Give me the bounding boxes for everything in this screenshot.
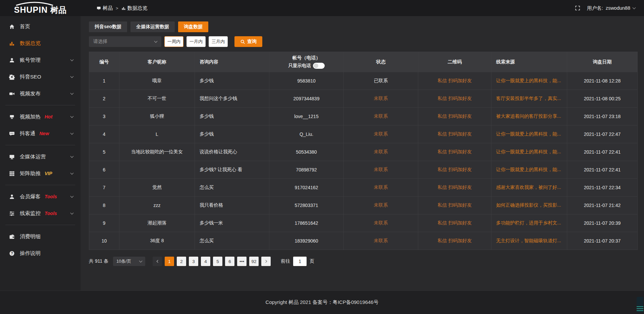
sidebar-item-member-baoke[interactable]: 会员爆客Tools: [0, 188, 80, 205]
main-content: 抖音seo数据全媒体运营数据询盘数据 请选择 一周内一月内三月内 查询 编号 客…: [80, 16, 644, 291]
cell-content: 多少钱: [195, 72, 269, 90]
video-icon: [9, 91, 15, 97]
breadcrumb-root[interactable]: 树品: [97, 5, 113, 11]
sidebar-item-label: 视频发布: [20, 90, 41, 97]
fullscreen-icon[interactable]: [575, 5, 580, 11]
cell-source-link[interactable]: 客厅安装投影半年多了，真实...: [491, 90, 567, 108]
goto-page: 前往 页: [281, 257, 314, 266]
chevron-down-icon: [139, 259, 143, 263]
query-button[interactable]: 查询: [234, 36, 262, 47]
cell-account: 572803371: [269, 197, 344, 214]
sidebar-item-media-operation[interactable]: 全媒体运营: [0, 148, 80, 165]
cell-date: 2021-11-07 23:18: [567, 108, 638, 125]
range-button-2[interactable]: 三月内: [209, 36, 228, 47]
page-button-92[interactable]: 92: [249, 257, 259, 266]
sidebar-item-video-publish[interactable]: 视频发布: [0, 85, 80, 102]
cell-qrcode-link[interactable]: 私信 扫码加好友: [418, 232, 491, 250]
next-page-button[interactable]: [261, 257, 271, 266]
cell-source-link[interactable]: 如何正确选择投影仪，买投影...: [491, 197, 567, 214]
cell-date: 2021-11-07 22:41: [567, 143, 638, 161]
cell-qrcode-link[interactable]: 私信 扫码加好友: [418, 161, 491, 179]
page-button-2[interactable]: 2: [177, 257, 186, 266]
cell-status: 未联系: [344, 179, 418, 197]
sidebar-item-operation-guide[interactable]: ?操作说明: [0, 245, 80, 262]
phone-only-toggle[interactable]: [313, 63, 325, 69]
cell-account: 70898792: [269, 161, 344, 179]
cell-qrcode-link[interactable]: 私信 扫码加好友: [418, 125, 491, 143]
cell-id: 6: [89, 161, 119, 179]
sidebar-item-consume-detail[interactable]: 消费明细: [0, 228, 80, 245]
tab-media-operation-data[interactable]: 全媒体运营数据: [130, 21, 175, 32]
sidebar-divider: [5, 185, 75, 185]
page-ellipsis-button[interactable]: •••: [237, 257, 247, 266]
prev-page-button[interactable]: [153, 257, 162, 266]
cell-qrcode-link[interactable]: 私信 扫码加好友: [418, 72, 491, 90]
sidebar-item-douyin-seo[interactable]: 抖音SEO: [0, 68, 80, 85]
sidebar-item-label: 抖客通: [20, 130, 36, 137]
cell-source-link[interactable]: 让你一眼就爱上的黑科技，能...: [491, 125, 567, 143]
bar-chart-icon: [121, 6, 126, 10]
sidebar-item-data-overview[interactable]: 数据总览: [0, 35, 80, 52]
sidebar-item-lead-monitor[interactable]: 线索监控Tools: [0, 205, 80, 222]
customer-service-widget[interactable]: [637, 297, 643, 312]
cell-source-link[interactable]: 让你一眼就爱上的黑科技，能...: [491, 161, 567, 179]
cell-source-link[interactable]: 让你一眼就爱上的黑科技，能...: [491, 72, 567, 90]
range-button-1[interactable]: 一月内: [186, 36, 206, 47]
table-row: 2不可一世我想问这个多少钱2097344839未联系私信 扫码加好友客厅安装投影…: [89, 90, 638, 108]
user-menu[interactable]: 用户名: zswodun88: [587, 5, 635, 11]
page-button-3[interactable]: 3: [189, 257, 198, 266]
table-row: 6多少钱? 让我死心 看70898792未联系私信 扫码加好友让你一眼就爱上的黑…: [89, 161, 638, 179]
page-size-select[interactable]: 10条/页: [113, 257, 145, 266]
sliders-icon: [9, 211, 15, 216]
select-placeholder: 请选择: [93, 39, 107, 45]
col-header-account: 帐号（电话） 只显示电话: [269, 52, 344, 72]
page-buttons: 123456•••92: [165, 257, 259, 266]
home-icon: [9, 24, 15, 30]
page-button-4[interactable]: 4: [201, 257, 210, 266]
cell-account: 9583810: [269, 72, 344, 90]
logo-text-cn: 树品: [50, 6, 66, 14]
tab-inquiry-data[interactable]: 询盘数据: [178, 21, 208, 32]
username-value: zswodun88: [606, 5, 630, 11]
sidebar-item-label: 抖音SEO: [20, 73, 41, 81]
page-button-6[interactable]: 6: [225, 257, 234, 266]
cell-qrcode-link[interactable]: 私信 扫码加好友: [418, 90, 491, 108]
cell-account: 2097344839: [269, 90, 344, 108]
sidebar-item-label: 数据总览: [20, 40, 41, 47]
cell-qrcode-link[interactable]: 私信 扫码加好友: [418, 143, 491, 161]
breadcrumb-current[interactable]: 数据总览: [121, 5, 148, 11]
range-button-0[interactable]: 一周内: [164, 36, 183, 47]
sidebar-item-account-management[interactable]: 账号管理: [0, 52, 80, 68]
cell-source-link[interactable]: 感谢大家喜欢我家，被问了好...: [491, 179, 567, 197]
col-header-id: 编号: [89, 52, 119, 72]
cell-nickname: 觉然: [119, 179, 195, 197]
monitor-icon: [9, 154, 15, 160]
sidebar-item-douketong[interactable]: 抖客通New: [0, 125, 80, 142]
cell-qrcode-link[interactable]: 私信 扫码加好友: [418, 197, 491, 214]
cell-nickname: zzz: [119, 197, 195, 214]
screen-icon: [97, 6, 101, 10]
goto-page-suffix: 页: [310, 258, 314, 264]
chevron-down-icon: [70, 155, 74, 158]
account-select[interactable]: 请选择: [89, 36, 161, 47]
tab-douyin-seo-data[interactable]: 抖音seo数据: [89, 21, 127, 32]
cell-status: 未联系: [344, 161, 418, 179]
cell-date: 2021-11-07 21:42: [567, 197, 638, 214]
cell-source-link[interactable]: 多功能护栏灯，适用于乡村文...: [491, 214, 567, 232]
page-button-1[interactable]: 1: [165, 257, 174, 266]
goto-page-input[interactable]: [293, 257, 307, 266]
cell-qrcode-link[interactable]: 私信 扫码加好友: [418, 179, 491, 197]
cell-qrcode-link[interactable]: 私信 扫码加好友: [418, 214, 491, 232]
sidebar-item-matrix-boost[interactable]: 矩阵助推VIP: [0, 165, 80, 182]
page-button-5[interactable]: 5: [213, 257, 222, 266]
cell-id: 1: [89, 72, 119, 90]
cell-account: Q_Liu.: [269, 125, 344, 143]
cell-source-link[interactable]: 被大家追着问的客厅投影分享...: [491, 108, 567, 125]
cell-qrcode-link[interactable]: 私信 扫码加好友: [418, 108, 491, 125]
sidebar-divider: [5, 105, 75, 105]
col-header-date: 询盘日期: [567, 52, 638, 72]
cell-source-link[interactable]: 让你一眼就爱上的黑科技，能...: [491, 143, 567, 161]
cell-source-link[interactable]: 无主灯设计，智能磁吸轨道灯...: [491, 232, 567, 250]
sidebar-item-home[interactable]: 首页: [0, 18, 80, 35]
sidebar-item-video-heat[interactable]: 视频加热Hot: [0, 108, 80, 125]
